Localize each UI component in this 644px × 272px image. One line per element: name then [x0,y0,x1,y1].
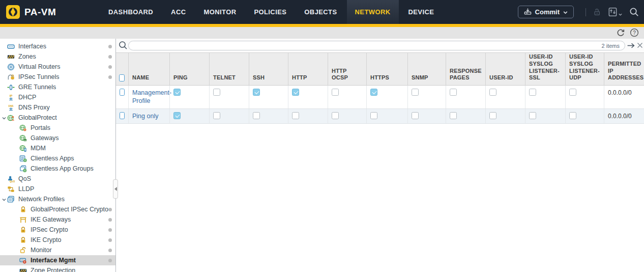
nav-tab-network[interactable]: NETWORK [347,0,399,24]
column-header-ping[interactable]: PING [170,53,210,85]
sidebar-item-label: IPSec Tunnels [18,73,60,80]
sidebar-item-dhcp[interactable]: IPDHCP [0,92,115,102]
profile-name-link[interactable]: Ping only [132,112,158,120]
help-icon[interactable]: ? [630,28,639,37]
sidebar-item-label: IPSec Crypto [31,226,68,233]
sidebar-item-label: Zones [18,53,36,60]
lock-icon [19,236,27,244]
nav-tab-monitor[interactable]: MONITOR [203,0,236,24]
column-header-uid-syslog-ssl[interactable]: USER-ID SYSLOG LISTENER-SSL [525,53,566,85]
sidebar-item-qos[interactable]: QoSQoS [0,174,115,184]
sidebar-collapse-handle[interactable] [113,179,118,199]
sidebar-item-globalprotect-ipsec-crypto[interactable]: GlobalProtect IPSec Crypto [0,204,115,214]
sidebar-item-label: Zone Protection [31,267,75,272]
column-header-ssh[interactable]: SSH [249,53,288,85]
column-header-https[interactable]: HTTPS [367,53,408,85]
sidebar-item-globalprotect[interactable]: GlobalProtect [0,113,115,123]
column-header-response-pages[interactable]: RESPONSE PAGES [446,53,486,85]
sidebar-item-label: Monitor [31,247,52,254]
sidebar-item-clientless-app-groups[interactable]: Clientless App Groups [0,164,115,174]
nav-tab-device[interactable]: DEVICE [408,0,434,24]
column-header-uid-syslog-udp[interactable]: USER-ID SYSLOG LISTENER-UDP [566,53,604,85]
sidebar-item-label: Interface Mgmt [31,257,76,264]
column-header-http[interactable]: HTTP [288,53,328,85]
sidebar-tree: InterfacesZonesVirtual RoutersIPSec Tunn… [0,39,116,272]
sidebar-item-ike-crypto[interactable]: IKE Crypto [0,235,115,245]
nav-tab-policies[interactable]: POLICIES [254,0,286,24]
commit-label: Commit [535,8,560,16]
commit-button[interactable]: Commit [518,6,574,18]
column-header-label: USER-ID [489,74,513,81]
sidebar-item-label: IKE Crypto [31,236,61,243]
apply-filter-arrow-icon[interactable] [627,41,635,50]
nav-tab-objects[interactable]: OBJECTS [304,0,337,24]
sidebar-item-zones[interactable]: Zones [0,51,115,62]
search-icon[interactable] [629,7,639,17]
status-dot [108,75,112,79]
nav-tab-acc[interactable]: ACC [171,0,186,24]
sidebar-item-interfaces[interactable]: Interfaces [0,41,115,51]
column-header-label: USER-ID SYSLOG LISTENER-SSL [529,53,562,81]
sidebar-item-label: QoS [18,175,31,182]
interfaces-icon [7,43,15,50]
sidebar-item-dns-proxy[interactable]: DNSDNS Proxy [0,102,115,113]
response-pages-checkbox [450,112,457,119]
sidebar-item-network-profiles[interactable]: Network Profiles [0,194,115,204]
column-header-snmp[interactable]: SNMP [408,53,446,85]
refresh-icon[interactable] [616,28,625,37]
sidebar-item-gateways[interactable]: Gateways [0,133,115,143]
column-header-select[interactable] [116,53,129,85]
clear-filter-close-icon[interactable] [636,42,643,49]
column-header-label: SSH [253,74,265,81]
nav-tab-dashboard[interactable]: DASHBOARD [108,0,153,24]
sidebar-item-lldp[interactable]: LLDP [0,184,115,194]
ike-gateways-icon [19,216,27,224]
http-ocsp-checkbox [332,89,339,96]
row-select-checkbox[interactable] [120,89,125,96]
sidebar-item-portals[interactable]: Portals [0,123,115,133]
search-icon[interactable] [119,41,128,50]
column-header-name[interactable]: NAME [129,53,170,85]
main-content: 2 items NAMEPINGTELNETSSHHTTPHTTP OCSPHT… [116,39,644,272]
row-select-checkbox[interactable] [120,112,125,119]
sidebar-item-ipsec-tunnels[interactable]: IPSec Tunnels [0,72,115,82]
sidebar-item-clientless-apps[interactable]: Clientless Apps [0,153,115,164]
tasks-icon[interactable] [608,7,623,17]
gre-tunnels-icon [7,84,15,91]
column-header-label: HTTP [292,74,307,81]
permitted-ip-value: 0.0.0.0/0 [608,112,632,120]
column-header-label: HTTP OCSP [332,68,363,82]
sidebar-item-label: MDM [31,145,46,152]
sidebar-item-interface-mgmt[interactable]: Interface Mgmt [0,255,115,265]
app-root: PA-VM DASHBOARDACCMONITORPOLICIESOBJECTS… [0,0,644,272]
sidebar-item-ipsec-crypto[interactable]: IPSec Crypto [0,225,115,235]
content-toolbar: ? [0,27,644,39]
sidebar-item-mdm[interactable]: MDM [0,143,115,153]
top-navbar: PA-VM DASHBOARDACCMONITORPOLICIESOBJECTS… [0,0,644,24]
sidebar-item-zone-protection[interactable]: Zone Protection [0,265,115,272]
column-header-user-id[interactable]: USER-ID [486,53,525,85]
table-body: Management-Profile0.0.0.0/0Ping only0.0.… [116,86,644,124]
profile-name-link[interactable]: Management-Profile [132,89,171,105]
column-header-permitted[interactable]: PERMITTED IP ADDRESSES [604,53,644,85]
lock-icon [19,226,27,234]
telnet-checkbox [213,89,220,96]
lock-unlocked-icon[interactable] [593,8,601,16]
filter-input-pill: 2 items [128,41,625,50]
search-input[interactable] [134,42,602,49]
sidebar-item-ike-gateways[interactable]: IKE Gateways [0,214,115,225]
http-checkbox [292,112,299,119]
column-header-http-ocsp[interactable]: HTTP OCSP [328,53,367,85]
svg-text:?: ? [633,30,636,36]
sidebar-item-monitor[interactable]: Monitor [0,245,115,255]
response-pages-checkbox [450,89,457,96]
chevron-down-icon[interactable] [2,115,7,120]
column-header-telnet[interactable]: TELNET [210,53,249,85]
palo-alto-logo-icon [6,5,20,19]
column-header-label: RESPONSE PAGES [450,68,482,82]
chevron-down-icon[interactable] [2,197,7,202]
svg-text:DNS: DNS [9,104,14,107]
sidebar-item-virtual-routers[interactable]: Virtual Routers [0,62,115,72]
sidebar-item-gre-tunnels[interactable]: GRE Tunnels [0,82,115,92]
select-all-checkbox[interactable] [119,74,125,81]
